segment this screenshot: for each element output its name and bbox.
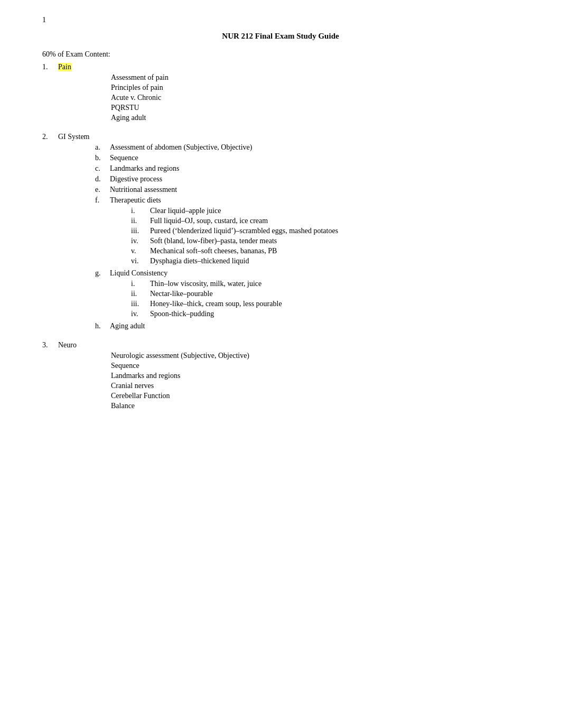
alpha-item: a.Assessment of abdomen (Subjective, Obj… bbox=[95, 143, 519, 152]
roman-item: iv.Spoon-thick–pudding bbox=[131, 310, 519, 318]
sub-line: Acute v. Chronic bbox=[111, 94, 519, 102]
alpha-letter: h. bbox=[95, 322, 110, 330]
roman-item: iii.Honey-like–thick, cream soup, less p… bbox=[131, 300, 519, 308]
roman-content: Clear liquid–apple juice bbox=[150, 207, 519, 215]
main-list: 1.PainAssessment of painPrinciples of pa… bbox=[42, 63, 519, 410]
alpha-item: e.Nutritional assessment bbox=[95, 186, 519, 194]
page-title: NUR 212 Final Exam Study Guide bbox=[42, 32, 519, 41]
roman-item: i.Thin–low viscosity, milk, water, juice bbox=[131, 280, 519, 288]
sub-line: Cerebellar Function bbox=[111, 392, 519, 400]
roman-content: Spoon-thick–pudding bbox=[150, 310, 519, 318]
item-number-3: 3. bbox=[42, 341, 58, 349]
alpha-content: Aging adult bbox=[110, 322, 519, 330]
roman-num: ii. bbox=[131, 290, 150, 298]
sub-line: Assessment of pain bbox=[111, 73, 519, 82]
roman-num: iv. bbox=[131, 310, 150, 318]
alpha-content: Liquid Consistencyi.Thin–low viscosity, … bbox=[110, 269, 519, 320]
roman-item: ii.Full liquid–OJ, soup, custard, ice cr… bbox=[131, 217, 519, 225]
alpha-letter: c. bbox=[95, 164, 110, 173]
alpha-letter: g. bbox=[95, 269, 110, 278]
page: 1 NUR 212 Final Exam Study Guide 60% of … bbox=[0, 0, 561, 728]
roman-num: i. bbox=[131, 280, 150, 288]
alpha-content: Landmarks and regions bbox=[110, 164, 519, 173]
roman-content: Honey-like–thick, cream soup, less poura… bbox=[150, 300, 519, 308]
alpha-text: Nutritional assessment bbox=[110, 186, 177, 193]
roman-content: Pureed (‘blenderized liquid’)–scrambled … bbox=[150, 227, 519, 235]
alpha-text: Assessment of abdomen (Subjective, Objec… bbox=[110, 143, 252, 151]
roman-content: Soft (bland, low-fiber)–pasta, tender me… bbox=[150, 237, 519, 245]
sub-line: PQRSTU bbox=[111, 104, 519, 112]
alpha-text: Landmarks and regions bbox=[110, 164, 179, 172]
alpha-item: c.Landmarks and regions bbox=[95, 164, 519, 173]
roman-num: iv. bbox=[131, 237, 150, 245]
item-label-2: GI System bbox=[58, 133, 90, 141]
alpha-item: d.Digestive process bbox=[95, 175, 519, 183]
main-list-item-3: 3.NeuroNeurologic assessment (Subjective… bbox=[42, 341, 519, 410]
alpha-item: b.Sequence bbox=[95, 154, 519, 162]
roman-content: Thin–low viscosity, milk, water, juice bbox=[150, 280, 519, 288]
alpha-content: Digestive process bbox=[110, 175, 519, 183]
item-label-1: Pain bbox=[58, 63, 71, 71]
roman-item: ii.Nectar-like–pourable bbox=[131, 290, 519, 298]
alpha-content: Assessment of abdomen (Subjective, Objec… bbox=[110, 143, 519, 152]
alpha-item: f.Therapeutic dietsi.Clear liquid–apple … bbox=[95, 196, 519, 267]
roman-item: i.Clear liquid–apple juice bbox=[131, 207, 519, 215]
roman-item: v.Mechanical soft–soft cheeses, bananas,… bbox=[131, 247, 519, 255]
roman-num: i. bbox=[131, 207, 150, 215]
alpha-item: g.Liquid Consistencyi.Thin–low viscosity… bbox=[95, 269, 519, 320]
alpha-letter: d. bbox=[95, 175, 110, 183]
alpha-text: Liquid Consistency bbox=[110, 269, 167, 277]
exam-content-label: 60% of Exam Content: bbox=[42, 50, 519, 59]
sub-line: Cranial nerves bbox=[111, 382, 519, 390]
roman-content: Dysphagia diets–thickened liquid bbox=[150, 257, 519, 265]
page-number: 1 bbox=[42, 16, 46, 24]
sub-line: Sequence bbox=[111, 362, 519, 370]
alpha-text: Digestive process bbox=[110, 175, 162, 183]
sub-line: Principles of pain bbox=[111, 84, 519, 92]
sub-line: Balance bbox=[111, 402, 519, 410]
main-list-item-2: 2.GI Systema.Assessment of abdomen (Subj… bbox=[42, 133, 519, 330]
sub-line: Aging adult bbox=[111, 114, 519, 122]
alpha-text: Sequence bbox=[110, 154, 138, 162]
alpha-letter: a. bbox=[95, 143, 110, 152]
alpha-content: Sequence bbox=[110, 154, 519, 162]
item-number-2: 2. bbox=[42, 133, 58, 141]
alpha-letter: b. bbox=[95, 154, 110, 162]
alpha-letter: f. bbox=[95, 196, 110, 205]
sub-line: Landmarks and regions bbox=[111, 372, 519, 380]
roman-num: ii. bbox=[131, 217, 150, 225]
item-number-1: 1. bbox=[42, 63, 58, 71]
main-list-item-1: 1.PainAssessment of painPrinciples of pa… bbox=[42, 63, 519, 122]
roman-content: Nectar-like–pourable bbox=[150, 290, 519, 298]
roman-num: iii. bbox=[131, 227, 150, 235]
alpha-text: Aging adult bbox=[110, 322, 145, 330]
alpha-content: Nutritional assessment bbox=[110, 186, 519, 194]
roman-item: vi.Dysphagia diets–thickened liquid bbox=[131, 257, 519, 265]
roman-num: v. bbox=[131, 247, 150, 255]
alpha-content: Therapeutic dietsi.Clear liquid–apple ju… bbox=[110, 196, 519, 267]
alpha-item: h.Aging adult bbox=[95, 322, 519, 330]
roman-content: Full liquid–OJ, soup, custard, ice cream bbox=[150, 217, 519, 225]
roman-num: vi. bbox=[131, 257, 150, 265]
alpha-text: Therapeutic diets bbox=[110, 196, 161, 204]
alpha-letter: e. bbox=[95, 186, 110, 194]
roman-content: Mechanical soft–soft cheeses, bananas, P… bbox=[150, 247, 519, 255]
roman-num: iii. bbox=[131, 300, 150, 308]
sub-line: Neurologic assessment (Subjective, Objec… bbox=[111, 352, 519, 360]
roman-item: iii.Pureed (‘blenderized liquid’)–scramb… bbox=[131, 227, 519, 235]
item-label-3: Neuro bbox=[58, 341, 77, 349]
roman-item: iv.Soft (bland, low-fiber)–pasta, tender… bbox=[131, 237, 519, 245]
